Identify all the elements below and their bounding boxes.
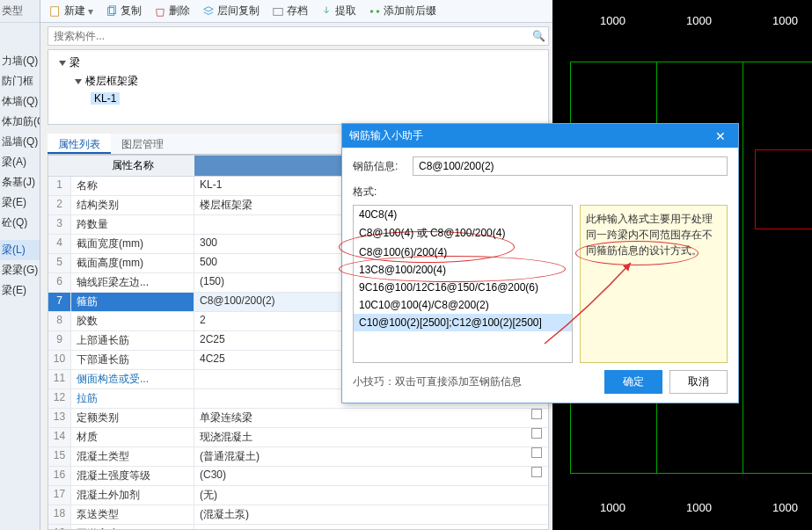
dimension-label: 1000: [772, 501, 798, 514]
cat-item[interactable]: 力墙(Q): [0, 51, 40, 71]
list-item[interactable]: C8@100(4) 或 C8@100/200(4): [354, 223, 572, 243]
archive-button[interactable]: 存档: [267, 2, 313, 20]
tip-text: 小技巧：双击可直接添加至钢筋信息: [353, 374, 594, 389]
dimension-label: 1000: [600, 14, 625, 27]
svg-rect-3: [274, 8, 283, 15]
list-item[interactable]: C10@100(2)[2500];C12@100(2)[2500]: [354, 314, 572, 331]
table-row[interactable]: 18泵送类型(混凝土泵): [48, 505, 548, 525]
tab-properties[interactable]: 属性列表: [48, 134, 111, 154]
cat-item-beam[interactable]: 梁(L): [0, 240, 40, 260]
cat-item[interactable]: 体墙(Q): [0, 91, 40, 112]
expand-icon: [59, 61, 66, 66]
dimension-label: 1000: [600, 501, 625, 514]
cat-item[interactable]: 砼(Q): [0, 213, 40, 233]
new-button[interactable]: 新建▾: [44, 2, 99, 20]
checkbox[interactable]: [531, 428, 542, 439]
cat-item[interactable]: 梁(E): [0, 280, 40, 301]
dimension-label: 1000: [772, 14, 798, 27]
dimension-label: 1000: [686, 14, 712, 27]
info-label: 钢筋信息:: [353, 159, 406, 174]
tab-layers[interactable]: 图层管理: [111, 134, 174, 154]
copy-icon: [106, 5, 118, 18]
format-list: 40C8(4)C8@100(4) 或 C8@100/200(4)C8@100(6…: [353, 205, 573, 363]
table-row[interactable]: 16混凝土强度等级(C30): [48, 467, 548, 486]
tree-node[interactable]: 梁: [59, 54, 541, 72]
intercopy-button[interactable]: 层间复制: [197, 2, 265, 20]
col-name: 属性名称: [71, 156, 194, 176]
cat-item[interactable]: 体加筋(Q): [0, 112, 40, 132]
table-row[interactable]: 15混凝土类型(普通混凝土): [48, 447, 548, 467]
rebar-info-input[interactable]: [413, 156, 728, 176]
cat-item[interactable]: 条基(J): [0, 172, 40, 192]
search-bar: 🔍: [48, 26, 549, 46]
table-row[interactable]: 17混凝土外加剂(无): [48, 486, 548, 505]
cat-item[interactable]: 温墙(Q): [0, 132, 40, 152]
extract-button[interactable]: 提取: [315, 2, 362, 20]
checkbox[interactable]: [531, 467, 542, 477]
toolbar: 新建▾ 复制 删除 层间复制 存档 提取 添加前后缀: [40, 0, 552, 23]
cat-item[interactable]: 梁梁(G): [0, 260, 40, 280]
layers-icon: [202, 5, 215, 18]
archive-icon: [272, 5, 284, 18]
cat-item[interactable]: 梁(A): [0, 152, 40, 172]
search-input[interactable]: [48, 30, 529, 42]
delete-button[interactable]: 删除: [149, 2, 195, 20]
rebar-helper-dialog: 钢筋输入小助手 ✕ 钢筋信息: 格式: 40C8(4)C8@100(4) 或 C…: [341, 123, 739, 403]
new-icon: [49, 5, 62, 18]
list-item[interactable]: C8@100(6)/200(4): [354, 243, 572, 261]
list-item[interactable]: 9C16@100/12C16@150/C16@200(6): [354, 279, 572, 296]
dialog-titlebar[interactable]: 钢筋输入小助手 ✕: [342, 124, 738, 148]
tree-node[interactable]: 楼层框架梁: [75, 72, 541, 91]
cancel-button[interactable]: 取消: [669, 370, 728, 394]
dimension-label: 1000: [686, 501, 712, 514]
list-item[interactable]: 13C8@100/200(4): [354, 261, 572, 279]
cat-item[interactable]: 梁(E): [0, 192, 40, 213]
cat-item[interactable]: 防门框: [0, 71, 40, 91]
close-icon[interactable]: ✕: [710, 129, 731, 143]
expand-icon: [75, 79, 82, 84]
svg-rect-0: [51, 6, 59, 16]
dropdown-icon: ▾: [88, 5, 93, 18]
table-row[interactable]: 13定额类别单梁连续梁: [48, 409, 548, 428]
table-row[interactable]: 19泵送高度(m): [48, 525, 548, 530]
checkbox[interactable]: [531, 447, 542, 458]
list-item[interactable]: 40C8(4): [354, 206, 572, 223]
list-item[interactable]: 10C10@100(4)/C8@200(2): [354, 296, 572, 314]
table-row[interactable]: 14材质现浇混凝土: [48, 428, 548, 447]
copy-button[interactable]: 复制: [100, 2, 147, 20]
dialog-title: 钢筋输入小助手: [349, 128, 710, 143]
svg-point-5: [377, 10, 380, 13]
format-label: 格式:: [353, 185, 728, 200]
search-icon[interactable]: 🔍: [529, 30, 548, 42]
left-category-strip: 类型 力墙(Q) 防门框 体墙(Q) 体加筋(Q) 温墙(Q) 梁(A) 条基(…: [0, 0, 40, 530]
svg-point-4: [370, 10, 374, 13]
extract-icon: [320, 5, 333, 18]
ok-button[interactable]: 确定: [604, 370, 662, 394]
component-tree: 梁 楼层框架梁 KL-1: [48, 49, 549, 125]
tag-icon: [369, 5, 381, 18]
format-description: 此种输入格式主要用于处理同一跨梁内不同范围存在不同箍筋信息的设计方式。: [580, 205, 728, 363]
category-header: 类型: [0, 0, 40, 23]
tree-leaf[interactable]: KL-1: [91, 91, 541, 106]
prefix-button[interactable]: 添加前后缀: [363, 2, 442, 20]
delete-icon: [154, 5, 166, 18]
checkbox[interactable]: [531, 409, 542, 419]
